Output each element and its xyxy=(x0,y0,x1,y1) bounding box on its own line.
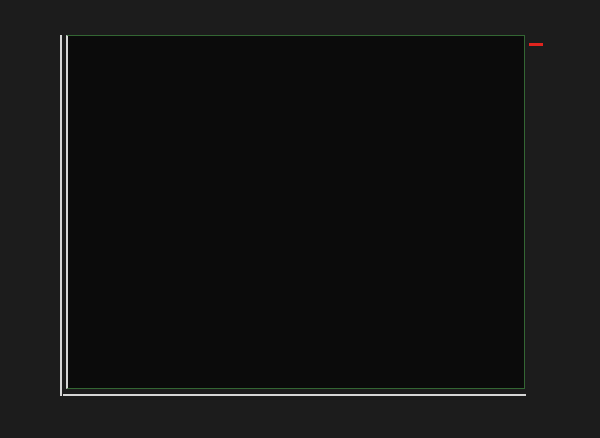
y-axis-ruler xyxy=(60,35,62,396)
fft-panel xyxy=(0,0,600,438)
plot-area[interactable] xyxy=(66,35,525,389)
channel1-trace-swatch-icon xyxy=(529,43,543,46)
fft-trace xyxy=(68,36,524,388)
x-axis-ruler xyxy=(63,394,526,396)
legend-item-channel1[interactable] xyxy=(529,43,548,46)
